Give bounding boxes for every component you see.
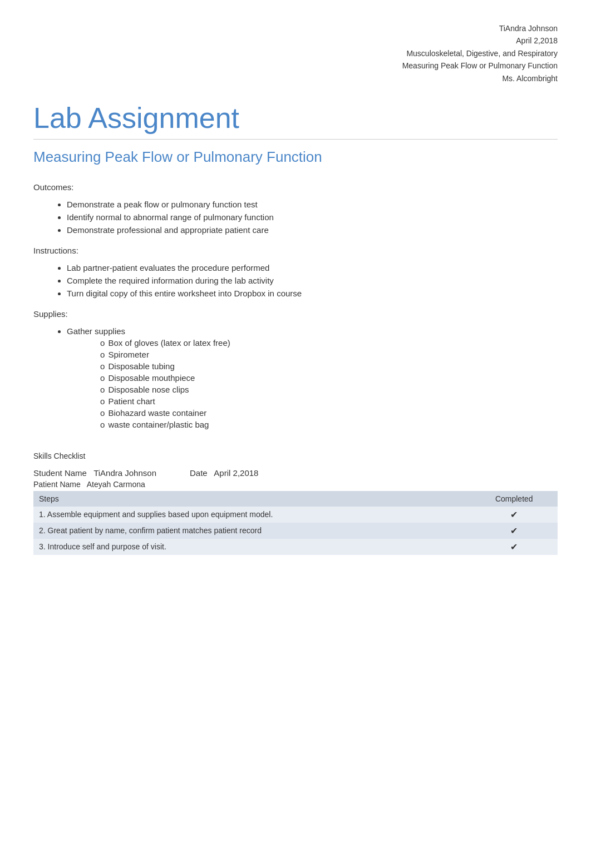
header-instructor: Ms. Alcombright (33, 72, 558, 85)
skills-checklist-title: Skills Checklist (33, 452, 558, 460)
table-header-row: Steps Completed (33, 491, 558, 507)
page-subtitle: Measuring Peak Flow or Pulmonary Functio… (33, 148, 558, 166)
page-title: Lab Assignment (33, 101, 558, 135)
table-row: 2. Great patient by name, confirm patien… (33, 523, 558, 539)
outcomes-label: Outcomes: (33, 182, 558, 192)
header-info: TiAndra Johnson April 2,2018 Musculoskel… (33, 22, 558, 85)
student-info-row: Student Name TiAndra Johnson Date April … (33, 468, 558, 478)
header-student-name: TiAndra Johnson (33, 22, 558, 34)
completed-cell: ✔ (471, 507, 558, 523)
outcomes-list: Demonstrate a peak flow or pulmonary fun… (67, 200, 558, 235)
list-item: Spirometer (100, 350, 558, 359)
list-item: waste container/plastic bag (100, 420, 558, 429)
title-divider (33, 139, 558, 140)
supplies-label: Supplies: (33, 309, 558, 319)
table-row: 1. Assemble equipment and supplies based… (33, 507, 558, 523)
header-subject: Musculoskeletal, Digestive, and Respirat… (33, 47, 558, 59)
supplies-main-item: Gather supplies Box of gloves (latex or … (67, 326, 558, 429)
step-cell: 3. Introduce self and purpose of visit. (33, 539, 471, 555)
header-date: April 2,2018 (33, 34, 558, 47)
col-steps-header: Steps (33, 491, 471, 507)
patient-name-row: Patient Name Ateyah Carmona (33, 480, 558, 489)
date-field: Date April 2,2018 (190, 468, 258, 478)
table-row: 3. Introduce self and purpose of visit. … (33, 539, 558, 555)
list-item: Disposable tubing (100, 361, 558, 371)
list-item: Disposable nose clips (100, 385, 558, 394)
list-item: Demonstrate professional and appropriate… (67, 225, 558, 235)
list-item: Identify normal to abnormal range of pul… (67, 212, 558, 222)
step-cell: 2. Great patient by name, confirm patien… (33, 523, 471, 539)
supplies-list: Gather supplies Box of gloves (latex or … (67, 326, 558, 429)
supplies-sub-list: Box of gloves (latex or latex free) Spir… (100, 338, 558, 429)
step-cell: 1. Assemble equipment and supplies based… (33, 507, 471, 523)
list-item: Biohazard waste container (100, 408, 558, 418)
list-item: Patient chart (100, 396, 558, 406)
instructions-list: Lab partner-patient evaluates the proced… (67, 263, 558, 298)
completed-cell: ✔ (471, 539, 558, 555)
col-completed-header: Completed (471, 491, 558, 507)
list-item: Lab partner-patient evaluates the proced… (67, 263, 558, 272)
checklist-table: Steps Completed 1. Assemble equipment an… (33, 491, 558, 555)
list-item: Turn digital copy of this entire workshe… (67, 289, 558, 298)
header-topic: Measuring Peak Flow or Pulmonary Functio… (33, 59, 558, 72)
list-item: Box of gloves (latex or latex free) (100, 338, 558, 348)
list-item: Disposable mouthpiece (100, 373, 558, 383)
list-item: Demonstrate a peak flow or pulmonary fun… (67, 200, 558, 209)
instructions-label: Instructions: (33, 246, 558, 255)
completed-cell: ✔ (471, 523, 558, 539)
list-item: Complete the required information during… (67, 276, 558, 285)
student-name-field: Student Name TiAndra Johnson (33, 468, 156, 478)
